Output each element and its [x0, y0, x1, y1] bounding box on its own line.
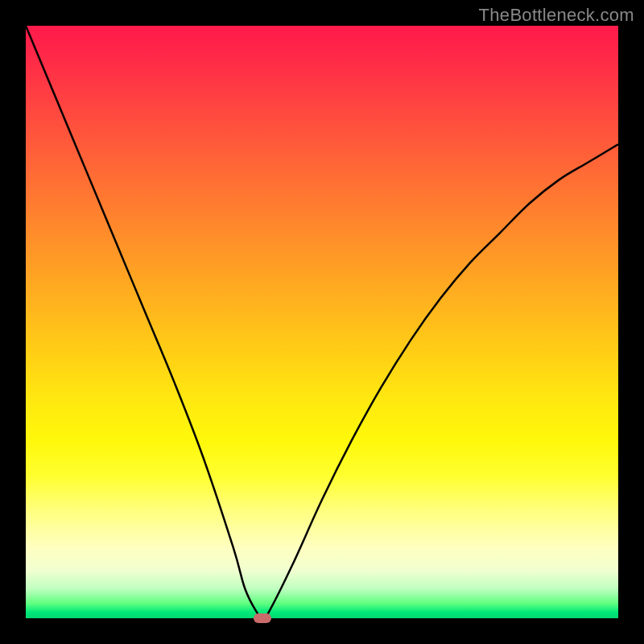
watermark-text: TheBottleneck.com [479, 5, 634, 26]
bottleneck-curve [26, 26, 618, 618]
optimal-point-marker [254, 613, 271, 623]
chart-plot-area [26, 26, 618, 618]
